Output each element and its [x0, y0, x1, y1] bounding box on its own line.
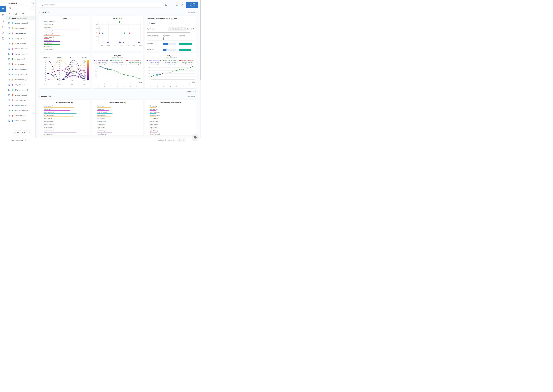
legend-item[interactable]: colorful-sweep-4: [126, 63, 142, 65]
legend-item[interactable]: revived-sweep-1: [146, 62, 162, 63]
eye-icon[interactable]: [8, 94, 10, 96]
add-panel-button[interactable]: Add panel: [186, 95, 196, 98]
charts-collapse-icon[interactable]: [38, 12, 40, 13]
eye-icon[interactable]: [8, 53, 10, 55]
run-row[interactable]: swept-sweep-6: [6, 41, 35, 46]
eye-icon[interactable]: [8, 43, 10, 44]
settings-gear-icon[interactable]: [181, 3, 184, 6]
eye-icon[interactable]: [8, 33, 10, 34]
run-row[interactable]: comfy-sweep-10: [6, 72, 35, 77]
legend-item[interactable]: revived-sweep-1: [163, 63, 178, 65]
page-range-dropdown[interactable]: 1-20: [15, 132, 20, 134]
eye-icon[interactable]: [8, 22, 10, 24]
legend-item[interactable]: colorful-sweep-4: [179, 63, 195, 65]
legend-item[interactable]: revived-sweep-1: [110, 63, 126, 65]
smoothing-icon[interactable]: [170, 4, 173, 6]
add-panel-button[interactable]: Add panel: [186, 11, 196, 14]
eye-icon[interactable]: [8, 89, 10, 91]
system-collapse-icon[interactable]: [38, 96, 40, 97]
legend-item[interactable]: glorious-sweep-4: [94, 60, 109, 61]
expand-run-table-button[interactable]: [31, 2, 34, 4]
eye-icon[interactable]: [8, 115, 10, 117]
undo-icon[interactable]: ↺: [177, 138, 181, 142]
eye-icon[interactable]: [8, 58, 10, 60]
legend-item[interactable]: lively-sweep-2: [146, 63, 162, 65]
parameters-manager-button[interactable]: Parameters: [168, 27, 186, 31]
panel-score[interactable]: score wobbly-sweep-10silver-sweep-9livel…: [39, 15, 90, 51]
artifacts-icon[interactable]: [0, 35, 6, 42]
panel-val-loss[interactable]: val_loss Showing first 10 runs glorious-…: [92, 53, 143, 89]
eye-icon[interactable]: [8, 38, 10, 39]
run-row[interactable]: sunny-sweep-7: [6, 36, 35, 41]
importance-metric-dropdown[interactable]: epoch: [147, 21, 173, 25]
info-icon[interactable]: i: [0, 0, 6, 6]
run-row[interactable]: sleek-sweep-2: [6, 62, 35, 67]
sweeps-icon[interactable]: [0, 24, 6, 30]
create-report-button[interactable]: Create report: [186, 2, 198, 8]
eye-icon[interactable]: [8, 120, 10, 122]
run-row[interactable]: kind-sweep-3: [6, 56, 35, 62]
x-axis-settings-icon[interactable]: x: [165, 4, 167, 6]
panel-val-acc[interactable]: val_acc Showing first 10 runs glorious-s…: [145, 53, 196, 89]
panel-gpu-power-w[interactable]: GPU Power Usage (W) silver-sweep-9lively…: [39, 99, 90, 135]
run-row[interactable]: apricot-sweep-4: [6, 103, 35, 108]
eye-icon[interactable]: [8, 99, 10, 101]
eye-icon[interactable]: [8, 74, 10, 75]
eye-icon[interactable]: [8, 48, 10, 50]
charts-next-icon[interactable]: ›: [195, 91, 196, 93]
prev-page-icon[interactable]: ‹: [27, 132, 28, 134]
magic-wand-icon[interactable]: [181, 27, 186, 31]
legend-item[interactable]: feasible-sweep-3: [126, 62, 142, 63]
chat-bubble-button[interactable]: [192, 134, 199, 141]
charts-section-title[interactable]: Charts: [41, 11, 46, 13]
panel-search-input[interactable]: [44, 4, 160, 6]
charts-prev-icon[interactable]: ‹: [193, 91, 194, 93]
eye-icon[interactable]: [8, 27, 10, 29]
legend-item[interactable]: revived-sweep-1: [94, 62, 109, 63]
legend-item[interactable]: different-sweep-2: [126, 60, 142, 61]
run-row[interactable]: eternal-sweep-4: [6, 51, 35, 56]
run-row[interactable]: warm-sweep-2: [6, 113, 35, 118]
workspace-menu-icon[interactable]: ⋮: [25, 139, 27, 141]
run-row[interactable]: wobbly-sweep-10: [6, 21, 35, 26]
eye-icon[interactable]: [8, 79, 10, 81]
eye-icon[interactable]: [8, 84, 10, 86]
legend-item[interactable]: fallen-sweep-3: [110, 60, 126, 61]
legend-item[interactable]: glorious-sweep-4: [146, 60, 162, 61]
redo-icon[interactable]: ↻: [181, 138, 186, 142]
eye-icon[interactable]: [8, 63, 10, 65]
regex-toggle[interactable]: .*: [31, 7, 32, 9]
legend-item[interactable]: fallen-sweep-3: [163, 60, 178, 61]
page-scrollbar[interactable]: [200, 0, 201, 138]
importance-pagination[interactable]: 1-4 of 4: [187, 28, 194, 30]
run-row[interactable]: wobbly-sweep-6: [6, 92, 35, 98]
runs-table-icon[interactable]: [0, 12, 6, 18]
panel-parameter-importance[interactable]: Parameter importance with respect to epo…: [145, 15, 196, 51]
notes-icon[interactable]: [0, 18, 6, 24]
legend-item[interactable]: fragrant-sweep-4: [163, 62, 178, 63]
filter-icon[interactable]: [8, 13, 10, 14]
sort-icon[interactable]: [22, 13, 24, 14]
outliers-icon[interactable]: [176, 4, 178, 6]
legend-item[interactable]: fragrant-sweep-4: [110, 62, 126, 63]
workspace-charts-icon[interactable]: [0, 6, 6, 12]
importance-table-row[interactable]: epochs: [147, 41, 194, 47]
system-section-title[interactable]: System: [41, 95, 47, 97]
importance-table-row[interactable]: batch_size: [147, 47, 194, 51]
panel-val-acc-v-lr[interactable]: val_acc v. lr 0.40.50.60.70.80.020.030.0…: [92, 15, 143, 51]
run-row[interactable]: stilted-sweep-1: [6, 118, 35, 123]
run-row[interactable]: devoted-sweep-9: [6, 77, 35, 82]
horizontal-scrollbar[interactable]: [147, 32, 190, 33]
launch-icon[interactable]: [0, 30, 6, 35]
legend-item[interactable]: feasible-sweep-3: [179, 62, 195, 63]
run-row[interactable]: silver-sweep-9: [6, 26, 35, 31]
run-row[interactable]: radiant-sweep-1: [6, 67, 35, 72]
panel-gpu-power-pct[interactable]: GPU Power Usage (%) silver-sweep-9lively…: [92, 99, 143, 135]
panel-parallel-coordinates[interactable]: batch_size6560555045403530252015nullepoc…: [39, 53, 90, 89]
run-row[interactable]: radiant-sweep-5: [6, 46, 35, 51]
vertical-scrollbar[interactable]: [195, 39, 195, 47]
legend-item[interactable]: different-sweep-2: [179, 60, 195, 61]
group-icon[interactable]: [15, 13, 17, 14]
eye-icon[interactable]: [8, 69, 10, 70]
panel-gpu-memory-pct[interactable]: GPU Memory Allocated (%) silver-sweep-9l…: [145, 99, 196, 135]
